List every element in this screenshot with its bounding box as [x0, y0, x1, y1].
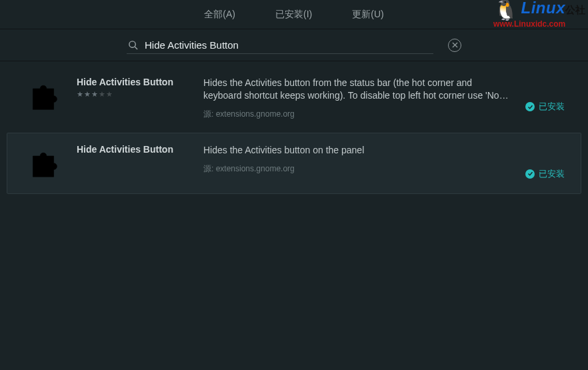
- installed-status: 已安装: [525, 101, 565, 113]
- result-rating: ★★★★★: [77, 90, 190, 99]
- svg-point-0: [129, 41, 135, 47]
- result-source: 源: extensions.gnome.org: [203, 163, 512, 175]
- tab-installed[interactable]: 已安装(I): [275, 9, 312, 21]
- result-icon: [23, 144, 63, 184]
- search-icon: [128, 40, 138, 50]
- installed-check-icon: [525, 169, 535, 179]
- result-row[interactable]: Hide Activities Button ★★★★★ Hides the A…: [7, 65, 581, 130]
- result-status-column: 已安装: [525, 144, 565, 180]
- result-source: 源: extensions.gnome.org: [203, 109, 512, 120]
- search-bar: [0, 29, 588, 61]
- clear-search-button[interactable]: [448, 39, 461, 52]
- status-label: 已安装: [539, 168, 565, 180]
- tab-all[interactable]: 全部(A): [204, 9, 235, 21]
- extension-icon: [23, 77, 63, 117]
- result-row[interactable]: Hide Activities Button Hides the Activit…: [7, 133, 581, 194]
- result-title-column: Hide Activities Button: [77, 144, 190, 155]
- svg-line-1: [135, 47, 137, 49]
- result-description: Hides the Activities button on the panel: [203, 144, 512, 157]
- results-list: Hide Activities Button ★★★★★ Hides the A…: [0, 61, 588, 194]
- close-icon: [452, 42, 458, 48]
- filter-tabs: 全部(A) 已安装(I) 更新(U): [0, 0, 588, 29]
- result-desc-column: Hides the Activities button from the sta…: [203, 77, 512, 120]
- result-title: Hide Activities Button: [77, 77, 190, 87]
- result-icon: [23, 77, 63, 117]
- installed-check-icon: [525, 102, 535, 111]
- result-title-column: Hide Activities Button ★★★★★: [77, 77, 190, 99]
- result-description: Hides the Activities button from the sta…: [203, 77, 512, 102]
- search-input[interactable]: [145, 39, 432, 51]
- search-box: [127, 37, 433, 54]
- extension-icon: [23, 144, 63, 184]
- result-desc-column: Hides the Activities button on the panel…: [203, 144, 512, 175]
- status-label: 已安装: [539, 101, 565, 113]
- installed-status: 已安装: [525, 168, 565, 180]
- tab-updates[interactable]: 更新(U): [352, 9, 383, 21]
- result-status-column: 已安装: [525, 77, 565, 113]
- result-title: Hide Activities Button: [77, 144, 190, 155]
